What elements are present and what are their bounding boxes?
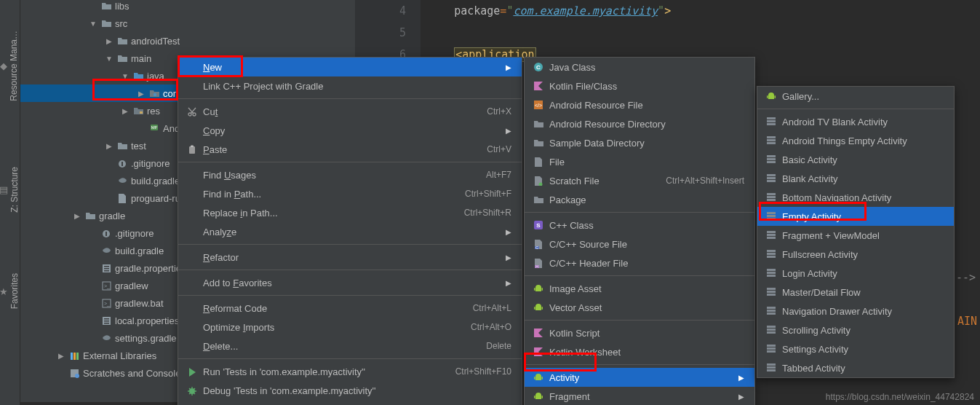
menu-item-find-usages[interactable]: Find UsagesAlt+F7 (178, 165, 522, 184)
rail-favorites[interactable]: ★ Favorites (0, 248, 20, 335)
kotlin-icon (530, 81, 546, 91)
menu-item-c-c-header-file[interactable]: C/C++ Header File (525, 253, 754, 272)
menu-item-find-in-path[interactable]: Find in Path...Ctrl+Shift+F (178, 184, 522, 203)
watermark: https://blog.csdn.net/weixin_44742824 (826, 392, 974, 402)
left-tool-rail: ◆ Resource Mana… ▤ Z: Structure ★ Favori… (0, 0, 20, 405)
expander-icon[interactable]: ▶ (103, 37, 115, 45)
menu-item-activity[interactable]: Activity▶ (525, 368, 754, 387)
tree-item-libs[interactable]: libs (20, 0, 355, 15)
tree-item-label: gradlew (113, 280, 148, 291)
menu-item-label: Android Resource File (546, 100, 744, 111)
menu-item-copy[interactable]: Copy▶ (178, 121, 522, 140)
expander-icon[interactable]: ▶ (119, 107, 131, 115)
menu-item-replace-in-path[interactable]: Replace in Path...Ctrl+Shift+R (178, 203, 522, 222)
menu-item-fragment-viewmodel[interactable]: Fragment + ViewModel (757, 226, 954, 245)
file-gradle-icon (99, 245, 113, 256)
expander-icon[interactable]: ▶ (135, 90, 147, 98)
menu-item-delete[interactable]: Delete...Delete (178, 337, 522, 355)
menu-item-label: Sample Data Directory (546, 138, 744, 149)
menu-item-optimize-imports[interactable]: Optimize ImportsCtrl+Alt+O (178, 318, 522, 337)
menu-item-sample-data-directory[interactable]: Sample Data Directory (525, 133, 754, 152)
menu-item-label: Kotlin Script (546, 328, 744, 339)
cut-icon (184, 106, 200, 117)
menu-item-run-tests-in-com-example-myactivity[interactable]: Run 'Tests in 'com.example.myactivity''C… (178, 362, 522, 381)
menu-item-file[interactable]: File (525, 152, 754, 171)
menu-item-master-detail-flow[interactable]: Master/Detail Flow (757, 283, 954, 302)
menu-item-kotlin-script[interactable]: Kotlin Script (525, 323, 754, 342)
menu-item-fragment[interactable]: Fragment▶ (525, 387, 754, 405)
menu-item-add-to-favorites[interactable]: Add to Favorites▶ (178, 273, 522, 292)
menu-item-paste[interactable]: PasteCtrl+V (178, 140, 522, 159)
menu-item-label: Find in Path... (200, 189, 443, 200)
file-props-icon (99, 315, 113, 326)
menu-item-tabbed-activity[interactable]: Tabbed Activity (757, 358, 954, 377)
tmpl-icon (763, 325, 779, 335)
menu-item-c-class[interactable]: C++ Class (525, 216, 754, 235)
menu-item-analyze[interactable]: Analyze▶ (178, 222, 522, 241)
menu-item-link-c-project-with-gradle[interactable]: Link C++ Project with Gradle (178, 76, 522, 95)
tree-item-src[interactable]: ▼src (20, 15, 355, 32)
structure-icon: ▤ (0, 181, 8, 198)
menu-item-fullscreen-activity[interactable]: Fullscreen Activity (757, 245, 954, 264)
menu-item-scrolling-activity[interactable]: Scrolling Activity (757, 321, 954, 339)
tmpl-icon (763, 192, 779, 202)
menu-item-label: Delete... (200, 341, 464, 352)
menu-item-scratch-file[interactable]: Scratch FileCtrl+Alt+Shift+Insert (525, 171, 754, 190)
code-fragment: --> (956, 271, 976, 284)
scratch-icon (67, 368, 81, 378)
file-c-icon (530, 239, 546, 249)
submenu-arrow-icon: ▶ (501, 253, 511, 262)
menu-item-android-resource-file[interactable]: Android Resource File (525, 95, 754, 114)
menu-item-blank-activity[interactable]: Blank Activity (757, 169, 954, 188)
menu-item-image-asset[interactable]: Image Asset (525, 279, 754, 298)
menu-item-android-things-empty-activity[interactable]: Android Things Empty Activity (757, 131, 954, 150)
menu-item-new[interactable]: New▶ (178, 58, 522, 76)
menu-item-refactor[interactable]: Refactor▶ (178, 248, 522, 267)
tmpl-icon (763, 211, 779, 221)
menu-item-package[interactable]: Package (525, 190, 754, 209)
submenu-arrow-icon: ▶ (501, 279, 511, 287)
c-java-icon (530, 62, 546, 72)
tree-item-label: src (113, 18, 127, 29)
menu-item-basic-activity[interactable]: Basic Activity (757, 150, 954, 169)
file-proguard-icon (115, 193, 130, 203)
menu-item-settings-activity[interactable]: Settings Activity (757, 339, 954, 358)
rail-structure[interactable]: ▤ Z: Structure (0, 131, 20, 248)
menu-item-c-c-source-file[interactable]: C/C++ Source File (525, 235, 754, 253)
menu-item-android-tv-blank-activity[interactable]: Android TV Blank Activity (757, 112, 954, 131)
menu-item-java-class[interactable]: Java Class (525, 58, 754, 76)
menu-item-reformat-code[interactable]: Reformat CodeCtrl+Alt+L (178, 299, 522, 318)
menu-item-debug-tests-in-com-example-myactivity[interactable]: Debug 'Tests in 'com.example.myactivity'… (178, 381, 522, 400)
folder-icon (530, 138, 546, 148)
menu-item-label: Analyze (200, 227, 501, 237)
menu-item-label: Kotlin Worksheet (546, 347, 744, 358)
expander-icon[interactable]: ▶ (103, 142, 115, 150)
menu-item-label: Android TV Blank Activity (779, 117, 944, 127)
menu-item-label: Kotlin File/Class (546, 81, 744, 92)
rail-resource-manager[interactable]: ◆ Resource Mana… (0, 0, 20, 131)
menu-item-kotlin-file-class[interactable]: Kotlin File/Class (525, 76, 754, 95)
menu-item-vector-asset[interactable]: Vector Asset (525, 298, 754, 317)
menu-item-kotlin-worksheet[interactable]: Kotlin Worksheet (525, 342, 754, 361)
expander-icon[interactable]: ▼ (87, 20, 99, 28)
menu-item-gallery[interactable]: Gallery... (757, 87, 954, 106)
menu-item-cut[interactable]: CutCtrl+X (178, 102, 522, 121)
context-menu: New▶Link C++ Project with GradleCutCtrl+… (178, 57, 522, 405)
menu-item-login-activity[interactable]: Login Activity (757, 264, 954, 283)
menu-item-navigation-drawer-activity[interactable]: Navigation Drawer Activity (757, 302, 954, 321)
folder-pkg-icon (147, 88, 162, 98)
expander-icon[interactable]: ▼ (103, 55, 115, 63)
submenu-arrow-icon: ▶ (501, 127, 511, 135)
tree-item-label: test (130, 141, 146, 152)
expander-icon[interactable]: ▶ (55, 352, 67, 360)
expander-icon[interactable]: ▼ (119, 72, 131, 80)
menu-item-run-tests-in-com-example-myactivity-with-coverage[interactable]: Run 'Tests in 'com.example.myactivity'' … (178, 400, 522, 405)
menu-item-empty-activity[interactable]: Empty Activity (757, 207, 954, 226)
menu-item-bottom-navigation-activity[interactable]: Bottom Navigation Activity (757, 188, 954, 207)
expander-icon[interactable]: ▶ (71, 212, 83, 220)
tree-item-androidtest[interactable]: ▶androidTest (20, 32, 355, 50)
menu-item-shortcut: Alt+F7 (464, 170, 511, 180)
menu-item-label: Optimize Imports (200, 322, 449, 333)
editor-code[interactable]: package="com.example.myactivity"> <appli… (428, 0, 980, 66)
menu-item-android-resource-directory[interactable]: Android Resource Directory (525, 114, 754, 133)
